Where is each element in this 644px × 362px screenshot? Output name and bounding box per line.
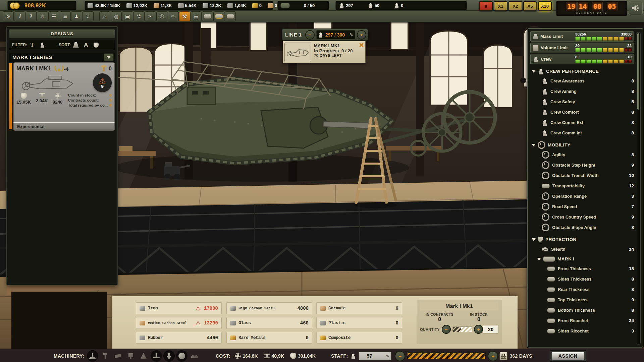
newspaper-button[interactable]: ☰ — [48, 11, 59, 21]
stat-icon — [542, 172, 549, 179]
quantity-minus-button[interactable] — [442, 325, 451, 334]
chevron-down-icon — [532, 70, 536, 73]
news-speaker-button[interactable] — [629, 1, 643, 15]
glass-icon — [230, 321, 236, 325]
military-button[interactable]: ⚔ — [83, 11, 94, 21]
intelligence-button[interactable]: ♟ — [71, 11, 82, 21]
info-button[interactable]: i — [14, 11, 25, 21]
chevron-down-icon — [537, 258, 541, 260]
stat-icon — [547, 298, 555, 302]
section-protection[interactable]: PROTECTION — [530, 235, 634, 244]
help-button[interactable]: ? — [25, 11, 37, 21]
production-queue-item[interactable]: MARK I MK1 In Progress 0 / 20 70 DAYS LE… — [283, 41, 366, 63]
machine-bender-icon[interactable] — [189, 350, 200, 362]
design-card-mark-i-mk1[interactable]: MARK I MK1 -4 0 — [9, 62, 115, 131]
section-mobility[interactable]: MOBILITY — [530, 140, 634, 149]
quantity-slider[interactable] — [452, 326, 472, 332]
crew-performance-icon — [538, 68, 544, 74]
staff-minus-button[interactable] — [395, 351, 405, 361]
line-staff-value: 297 / 300 — [325, 32, 345, 38]
crew-limit-row: Crew 810 — [530, 54, 634, 64]
sort-cost-button[interactable] — [92, 41, 100, 49]
weapons-button[interactable]: ▤ — [191, 11, 202, 21]
speed-x5-button[interactable]: X5 — [523, 1, 537, 11]
machine-drill-press-icon[interactable] — [100, 350, 111, 362]
stats-scrollbar[interactable] — [637, 32, 641, 345]
world-map-button[interactable]: ◍ — [111, 11, 122, 21]
staff-plus-button[interactable] — [488, 351, 498, 361]
chevron-down-icon — [106, 56, 111, 59]
staff-value-field[interactable] — [359, 353, 380, 359]
subsection-mark-i[interactable]: MARK I — [530, 254, 634, 263]
game-window: 908,92K 42,6K / 150K 12,02K 11,8K 5,54K … — [0, 0, 644, 362]
speed-x1-button[interactable]: X1 — [494, 1, 507, 11]
line-remove-staff-button[interactable] — [305, 30, 315, 40]
ceramic-value: 0 — [275, 3, 277, 8]
achievements-button[interactable]: ♕ — [37, 11, 48, 21]
edit-staff-icon[interactable]: ✎ — [386, 354, 389, 359]
stat-crew-safety: Crew Safety5 — [530, 97, 634, 107]
sort-alpha-button[interactable]: A — [82, 41, 90, 49]
date-year-drum-1: 19 — [566, 2, 577, 11]
speed-x2-button[interactable]: X2 — [508, 1, 522, 11]
material-composite-row: Composite 0 — [316, 332, 402, 344]
filter-type-button[interactable]: T — [28, 41, 37, 49]
main-toolbar: ⚙ i ? ♕ ☰ ≡ ♟ ⚔ ⌂ ◍ ▣ ⚗ ✂ ✇ ✏ ⚒ ▤ — [0, 10, 644, 22]
tank-protection-button[interactable] — [225, 11, 236, 21]
stat-icon — [542, 151, 549, 159]
research-button[interactable]: ⚗ — [133, 11, 145, 21]
speed-x10-button[interactable]: X10 — [538, 1, 552, 11]
design-blueprint-sketch — [16, 73, 80, 92]
warning-icon: ⚠ — [196, 305, 201, 312]
material-high-carbon-steel-row: High Carbon Steel 4800 — [226, 302, 312, 314]
stat-front-thickness: Front Thickness18 — [530, 263, 634, 274]
stat-top-thickness: Top Thickness9 — [530, 295, 634, 305]
factory-button[interactable]: ⌂ — [99, 11, 110, 21]
section-crew-performance[interactable]: CREW PERFORMANCE — [530, 67, 634, 76]
repair-button[interactable]: ✂ — [145, 11, 156, 21]
stats-scrollbar-thumb[interactable] — [637, 33, 639, 110]
filter-blueprint-button[interactable] — [38, 41, 47, 49]
service-button[interactable]: ✇ — [156, 11, 167, 21]
design-warnings-badge[interactable]: ⚠ 9 — [93, 73, 112, 92]
stat-icon — [547, 318, 555, 323]
machine-laser-cutter-icon[interactable] — [87, 350, 98, 362]
series-header-mark-i[interactable]: MARK I SERIES — [9, 53, 115, 62]
quantity-value: 20 — [483, 325, 498, 334]
stat-crew-awareness: Crew Awareness8 — [530, 76, 634, 86]
material-glass-row: Glass 460 — [226, 317, 312, 329]
count-in-stock-row: Count in stock:0 — [68, 93, 112, 98]
machine-lathe-icon[interactable] — [112, 350, 124, 362]
tank-assembly-button[interactable] — [202, 11, 213, 21]
assign-button[interactable]: ASSIGN — [550, 350, 586, 362]
staff-allocation-slider[interactable] — [407, 353, 486, 359]
machine-saw-icon[interactable] — [176, 350, 187, 362]
tank-armor-button[interactable] — [213, 11, 224, 21]
machine-paint-icon[interactable] — [138, 350, 149, 362]
date-month-drum: 08 — [592, 2, 603, 11]
staff-input[interactable]: ✎ — [359, 352, 391, 360]
design-tools-button[interactable]: ✏ — [168, 11, 179, 21]
design-cost-steel: 2,04K — [36, 93, 48, 108]
in-contracts-block: IN CONTRACTS 0 — [420, 312, 459, 322]
series-collapse-button[interactable] — [104, 53, 114, 61]
machine-welder-icon[interactable] — [125, 350, 137, 362]
reports-button[interactable]: ≡ — [60, 11, 71, 21]
machine-drill-icon[interactable] — [163, 350, 175, 362]
cancel-production-icon[interactable] — [359, 43, 364, 47]
edit-staff-icon[interactable]: ✎ — [350, 32, 353, 37]
stat-icon — [542, 130, 548, 136]
business-button[interactable]: ▣ — [122, 11, 133, 21]
sort-weight-button[interactable] — [71, 41, 80, 49]
quantity-plus-button[interactable] — [474, 325, 483, 334]
workers-icon — [339, 3, 344, 8]
machine-press-icon[interactable] — [151, 350, 162, 362]
stat-icon — [542, 247, 548, 251]
settings-button[interactable]: ⚙ — [3, 11, 14, 21]
warning-icon: ⚠ — [99, 77, 106, 84]
money-bag-icon — [21, 93, 27, 99]
line-add-staff-button[interactable] — [357, 30, 366, 40]
stat-icon — [547, 266, 555, 271]
pause-button[interactable]: II — [479, 1, 493, 11]
production-hammer-button[interactable]: ⚒ — [179, 11, 190, 21]
